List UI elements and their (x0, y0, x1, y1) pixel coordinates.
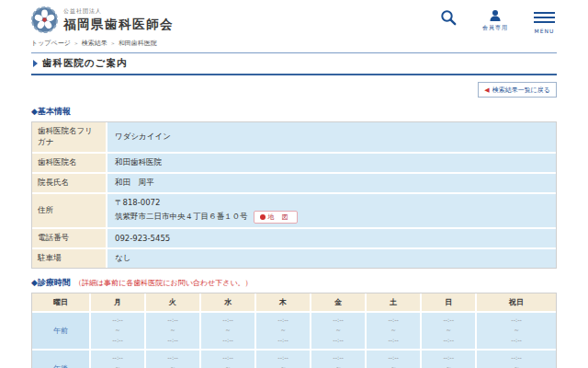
org-type-label: 公益社団法人 (63, 7, 174, 16)
hours-row-label: 午前 (32, 313, 91, 351)
table-row: 住所 〒818-0072 筑紫野市二日市中央４丁目６番１０号 地 図 (32, 194, 556, 229)
hours-table: 曜日 月 火 水 木 金 土 日 祝日 午前--:--~--:----:--~-… (31, 293, 557, 368)
hours-heading: ◆診療時間 (31, 278, 71, 287)
row-label: 院長氏名 (32, 174, 107, 194)
row-label: 歯科医院名フリガナ (32, 122, 107, 154)
association-logo-icon (31, 6, 58, 33)
hours-time-cell: --:--~--:-- (422, 313, 477, 351)
basic-info-heading: ◆基本情報 (31, 107, 71, 116)
hours-time-cell: --:--~--:-- (201, 313, 256, 351)
table-row: 電話番号 092-923-5455 (32, 229, 556, 249)
hours-col-header: 木 (256, 293, 311, 313)
site-title: 福岡県歯科医師会 (63, 17, 174, 33)
hours-time-cell: --:--~--:-- (256, 313, 311, 351)
hours-col-header: 日 (422, 293, 477, 313)
hours-note: （詳細は事前に各歯科医院にお問い合わせ下さい。） (74, 279, 253, 287)
hours-col-header: 土 (367, 293, 422, 313)
map-button-label: 地 図 (268, 213, 291, 222)
hours-time-cell: --:--~--:-- (422, 351, 477, 368)
postal-code: 〒818-0072 (115, 198, 548, 209)
member-area-label: 会員専用 (482, 24, 508, 32)
hamburger-icon (534, 9, 555, 26)
hours-time-cell: --:--~--:-- (146, 313, 201, 351)
address-value: 〒818-0072 筑紫野市二日市中央４丁目６番１０号 地 図 (107, 194, 556, 229)
row-value: なし (107, 249, 556, 268)
search-button[interactable] (440, 9, 457, 34)
breadcrumb-results-link[interactable]: 検索結果 (82, 40, 107, 47)
hours-col-header: 火 (146, 293, 201, 313)
hours-time-cell: --:--~--:-- (367, 313, 422, 351)
page-title-bar: 歯科医院のご案内 (31, 52, 557, 75)
breadcrumb-separator: ＞ (74, 40, 79, 46)
row-value: 092-923-5455 (107, 229, 556, 249)
menu-label: MENU (535, 28, 555, 34)
table-row: 院長氏名 和田 周平 (32, 174, 556, 194)
breadcrumb-current: 和田歯科医院 (119, 40, 157, 47)
basic-info-heading-row: ◆基本情報 (31, 106, 557, 118)
hours-time-cell: --:--~--:-- (477, 351, 556, 368)
site-header: 公益社団法人 福岡県歯科医師会 会員専用 MENU (31, 0, 557, 34)
hours-heading-row: ◆診療時間（詳細は事前に各歯科医院にお問い合わせ下さい。） (31, 277, 557, 289)
hours-time-cell: --:--~--:-- (201, 351, 256, 368)
row-label: 住所 (32, 194, 107, 229)
map-marker-icon (260, 214, 266, 220)
row-value: 和田歯科医院 (107, 154, 556, 174)
table-row: 駐車場 なし (32, 249, 556, 268)
address-text: 筑紫野市二日市中央４丁目６番１０号 (115, 212, 248, 223)
hours-col-header: 祝日 (477, 293, 556, 313)
hours-time-cell: --:--~--:-- (367, 351, 422, 368)
hours-time-cell: --:--~--:-- (311, 351, 367, 368)
menu-button[interactable]: MENU (534, 9, 555, 34)
basic-info-table: 歯科医院名フリガナ ワダシカイイン 歯科医院名 和田歯科医院 院長氏名 和田 周… (31, 121, 557, 269)
hours-col-header: 曜日 (32, 293, 91, 313)
breadcrumb-separator: ＞ (110, 40, 116, 46)
title-arrow-icon (33, 60, 38, 67)
back-to-results-button[interactable]: ◀検索結果一覧に戻る (478, 82, 557, 98)
back-link-label: 検索結果一覧に戻る (492, 86, 550, 94)
row-label: 駐車場 (32, 249, 107, 268)
table-row: 歯科医院名フリガナ ワダシカイイン (32, 122, 556, 154)
search-icon (440, 9, 457, 26)
hours-row: 午前--:--~--:----:--~--:----:--~--:----:--… (32, 313, 556, 351)
hours-time-cell: --:--~--:-- (256, 351, 311, 368)
hours-table-body: 午前--:--~--:----:--~--:----:--~--:----:--… (32, 313, 556, 368)
breadcrumb: トップページ＞検索結果＞和田歯科医院 (31, 39, 557, 48)
hours-col-header: 金 (311, 293, 367, 313)
hours-col-header: 月 (91, 293, 146, 313)
breadcrumb-home-link[interactable]: トップページ (31, 40, 71, 47)
member-area-button[interactable]: 会員専用 (482, 9, 508, 34)
hours-time-cell: --:--~--:-- (146, 351, 201, 368)
hours-time-cell: --:--~--:-- (91, 351, 146, 368)
hours-row-label: 午後 (32, 351, 91, 368)
back-arrow-icon: ◀ (484, 86, 489, 94)
row-label: 歯科医院名 (32, 154, 107, 174)
map-button[interactable]: 地 図 (254, 211, 298, 224)
site-logo-block[interactable]: 公益社団法人 福岡県歯科医師会 (31, 6, 174, 33)
hours-time-cell: --:--~--:-- (311, 313, 367, 351)
hours-col-header: 水 (201, 293, 256, 313)
person-icon (489, 9, 502, 22)
hours-time-cell: --:--~--:-- (477, 313, 556, 351)
hours-time-cell: --:--~--:-- (91, 313, 146, 351)
row-value: 和田 周平 (107, 174, 556, 194)
hours-row: 午後--:--~--:----:--~--:----:--~--:----:--… (32, 351, 556, 368)
row-value: ワダシカイイン (107, 122, 556, 154)
hours-header-row: 曜日 月 火 水 木 金 土 日 祝日 (32, 293, 556, 313)
page-title: 歯科医院のご案内 (42, 57, 128, 70)
table-row: 歯科医院名 和田歯科医院 (32, 154, 556, 174)
row-label: 電話番号 (32, 229, 107, 249)
